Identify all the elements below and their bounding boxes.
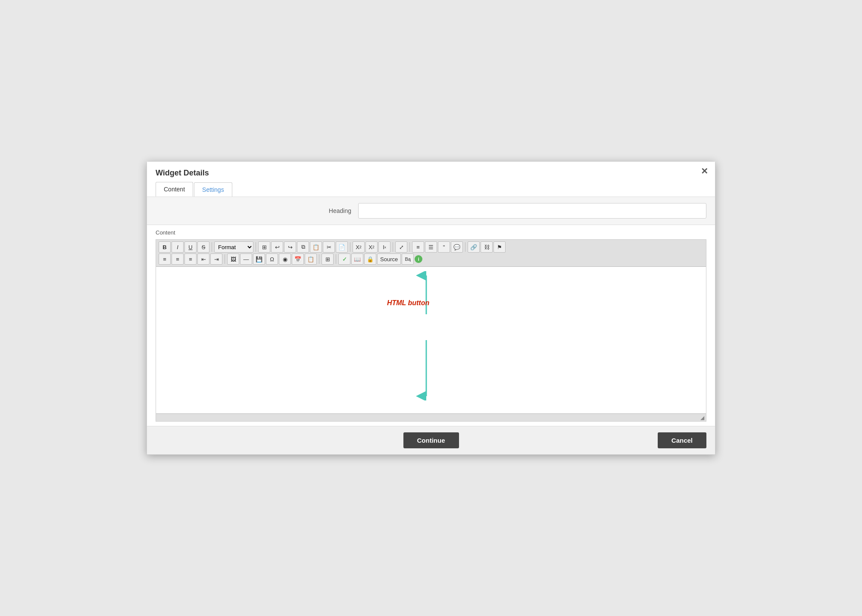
unlink-button[interactable]: ⛓	[481, 241, 493, 253]
special-char-button[interactable]: Ω	[266, 253, 278, 265]
modal-footer: Continue Cancel	[147, 426, 715, 454]
image-button[interactable]: 🖼	[227, 253, 239, 265]
template-button[interactable]: 📋	[305, 253, 317, 265]
source-button[interactable]: Source	[377, 253, 401, 265]
tab-content[interactable]: Content	[156, 182, 193, 197]
info-button[interactable]: i	[415, 255, 422, 263]
table-button[interactable]: ⊞	[322, 253, 334, 265]
horizontal-rule-button[interactable]: —	[240, 253, 252, 265]
heading-input[interactable]	[358, 203, 706, 219]
html-button-label: HTML button	[387, 299, 429, 307]
toolbar-row-1: B I U S Format Heading 1 Heading 2 Headi…	[159, 241, 703, 253]
blockquote-button[interactable]: "	[438, 241, 450, 253]
underline-button[interactable]: U	[184, 241, 197, 253]
cancel-button[interactable]: Cancel	[658, 432, 706, 448]
increase-indent-button[interactable]: ⇥	[210, 253, 222, 265]
arrow-up-annotation	[409, 271, 443, 314]
modal-header: Widget Details Content Settings ✕	[147, 162, 715, 197]
link-button[interactable]: 🔗	[468, 241, 480, 253]
comment-button[interactable]: 💬	[451, 241, 463, 253]
undo-button[interactable]: ↩	[271, 241, 283, 253]
ordered-list-button[interactable]: ≡	[412, 241, 424, 253]
resize-handle[interactable]: ◢	[700, 415, 704, 421]
paste-button[interactable]: 📋	[310, 241, 322, 253]
fullscreen-button[interactable]: ⤢	[395, 241, 407, 253]
continue-button[interactable]: Continue	[403, 432, 459, 448]
close-button[interactable]: ✕	[701, 167, 708, 175]
bold-button[interactable]: B	[159, 241, 171, 253]
align-left-button[interactable]: ≡	[159, 253, 171, 265]
lang-replace-button[interactable]: Bą	[402, 253, 414, 265]
format-select[interactable]: Format Heading 1 Heading 2 Heading 3 Par…	[214, 241, 253, 253]
annotation-area: HTML button	[156, 267, 706, 413]
paste-text-button[interactable]: 📄	[336, 241, 348, 253]
arrow-down-annotation	[409, 340, 443, 400]
heading-field-row: Heading	[147, 197, 715, 225]
subscript-button[interactable]: X2	[353, 241, 365, 253]
separator-7	[225, 254, 225, 264]
heading-label: Heading	[156, 207, 358, 214]
italic-button[interactable]: I	[172, 241, 184, 253]
cut-button[interactable]: ✂	[323, 241, 335, 253]
align-center-button[interactable]: ≡	[172, 253, 184, 265]
align-right-button[interactable]: ≡	[184, 253, 197, 265]
content-section-label: Content	[147, 225, 715, 238]
modal-body: Heading Content B I U S	[147, 197, 715, 422]
editor-content-area[interactable]: HTML button	[156, 267, 706, 413]
save-button[interactable]: 💾	[253, 253, 265, 265]
decrease-indent-button[interactable]: ⇤	[197, 253, 209, 265]
superscript-button[interactable]: X2	[365, 241, 378, 253]
editor-toolbar: B I U S Format Heading 1 Heading 2 Headi…	[156, 240, 706, 267]
embed-button[interactable]: ◉	[279, 253, 291, 265]
redo-button[interactable]: ↪	[284, 241, 296, 253]
unordered-list-button[interactable]: ☰	[425, 241, 437, 253]
tab-settings[interactable]: Settings	[194, 182, 232, 197]
spellcheck-button[interactable]: ✓	[338, 253, 350, 265]
separator-8	[319, 254, 319, 264]
separator-2	[256, 242, 256, 252]
separator-9	[336, 254, 336, 264]
date-button[interactable]: 📅	[292, 253, 304, 265]
separator-4	[393, 242, 393, 252]
language-button[interactable]: 📖	[351, 253, 363, 265]
source-label: Source	[380, 256, 398, 263]
editor-wrapper: B I U S Format Heading 1 Heading 2 Headi…	[156, 239, 706, 422]
clear-formatting-button[interactable]: Ix	[378, 241, 390, 253]
modal-dialog: Widget Details Content Settings ✕ Headin…	[147, 161, 715, 455]
separator-1	[212, 242, 212, 252]
copy-formatting-button[interactable]: ⊞	[258, 241, 270, 253]
editor-statusbar: ◢	[156, 413, 706, 421]
strikethrough-button[interactable]: S	[197, 241, 209, 253]
separator-5	[409, 242, 410, 252]
tab-bar: Content Settings	[156, 182, 233, 197]
modal-title: Widget Details	[156, 169, 233, 178]
separator-6	[465, 242, 465, 252]
anchor-button[interactable]: ⚑	[493, 241, 506, 253]
lock-button[interactable]: 🔒	[364, 253, 376, 265]
toolbar-row-2: ≡ ≡ ≡ ⇤ ⇥ 🖼 — 💾 Ω ◉ 📅 📋 ⊞	[159, 253, 703, 265]
separator-3	[350, 242, 350, 252]
copy-button[interactable]: ⧉	[297, 241, 309, 253]
